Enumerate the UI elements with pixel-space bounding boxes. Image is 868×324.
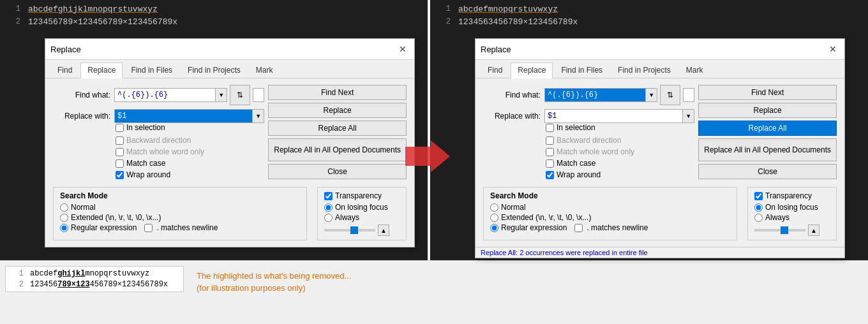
left-code-underline: abcdefghijklmnopqrstuvwxyz — [28, 4, 158, 14]
right-replace-all-btn[interactable]: Replace All — [698, 121, 837, 136]
right-replace-label: Replace with: — [483, 112, 541, 121]
right-dialog-body: Find what: ▼ ⇅ Replace with: ▼ — [475, 78, 844, 247]
left-find-checkbox[interactable] — [253, 88, 264, 102]
right-fields-col: Find what: ▼ ⇅ Replace with: ▼ — [483, 85, 694, 182]
right-find-next-btn[interactable]: Find Next — [698, 85, 837, 100]
right-replace-dropdown[interactable]: ▼ — [683, 109, 694, 123]
right-normal-label: Normal — [501, 203, 526, 212]
left-regex-label: Regular expression — [71, 223, 137, 232]
left-buttons-col: Find Next Replace Replace All Replace Al… — [268, 85, 407, 182]
left-losing-focus-radio[interactable] — [324, 203, 333, 212]
right-losing-focus-label: On losing focus — [765, 203, 818, 212]
right-always-radio[interactable] — [754, 214, 763, 222]
left-newline-check[interactable] — [144, 224, 153, 232]
left-replace-dropdown[interactable]: ▼ — [253, 109, 264, 123]
left-extended-label: Extended (\n, \r, \t, \0, \x...) — [71, 213, 161, 222]
left-in-selection-check[interactable] — [116, 124, 124, 132]
right-find-input[interactable] — [544, 88, 646, 102]
right-replace-input[interactable] — [544, 109, 683, 123]
right-losing-focus-radio[interactable] — [754, 203, 763, 212]
right-match-whole-check[interactable] — [546, 148, 554, 156]
right-match-whole-row: Match whole word only — [546, 147, 694, 156]
left-wrap-check[interactable] — [116, 171, 124, 179]
right-extended-radio[interactable] — [490, 214, 498, 222]
left-transparency-check[interactable] — [324, 192, 333, 200]
left-swap-btn[interactable]: ⇅ — [230, 85, 250, 105]
left-search-mode-title: Search Mode — [60, 191, 300, 200]
right-tab-find-in-files[interactable]: Find in Files — [554, 63, 610, 78]
right-replace-all-docs-btn[interactable]: Replace All in All Opened Documents — [698, 138, 837, 161]
left-replace-input[interactable] — [114, 109, 253, 123]
right-match-case-check[interactable] — [546, 159, 554, 168]
right-match-whole-label: Match whole word only — [557, 147, 634, 156]
right-find-checkbox[interactable] — [683, 88, 694, 102]
right-dialog-title: Replace — [481, 45, 511, 54]
right-transparency-check[interactable] — [754, 192, 763, 200]
left-find-row: Find what: ▼ ⇅ — [53, 85, 264, 105]
left-match-whole-check[interactable] — [116, 148, 124, 156]
right-match-case-label: Match case — [557, 159, 595, 168]
right-regex-radio[interactable] — [490, 224, 498, 232]
left-extended-radio[interactable] — [60, 214, 68, 222]
right-wrap-label: Wrap around — [557, 170, 601, 179]
left-close-btn[interactable]: Close — [268, 164, 407, 179]
left-slider[interactable] — [324, 229, 375, 232]
right-scroll-up-btn[interactable]: ▲ — [808, 225, 819, 236]
right-tab-find[interactable]: Find — [481, 63, 509, 78]
annotation-line-2: (for illustration purposes only) — [197, 281, 351, 293]
bottom-line1-before: abcdef — [30, 269, 57, 278]
left-find-label: Find what: — [53, 91, 110, 99]
right-replace-row: Replace with: ▼ — [483, 109, 694, 123]
left-tab-find-in-projects[interactable]: Find in Projects — [181, 63, 248, 78]
right-line-1: 1 abcdefmnopqrstuvwxyz — [430, 3, 868, 15]
right-regex-row: Regular expression . matches newline — [490, 223, 730, 232]
left-find-dropdown[interactable]: ▼ — [216, 88, 227, 102]
left-find-next-btn[interactable]: Find Next — [268, 85, 407, 100]
right-normal-radio[interactable] — [490, 203, 498, 212]
left-replace-all-btn[interactable]: Replace All — [268, 121, 407, 136]
right-backward-label: Backward direction — [557, 136, 621, 145]
right-find-row: Find what: ▼ ⇅ — [483, 85, 694, 105]
left-backward-check[interactable] — [116, 136, 124, 145]
right-in-selection-check[interactable] — [546, 124, 554, 132]
left-regex-radio[interactable] — [60, 224, 68, 232]
left-tab-replace[interactable]: Replace — [80, 63, 123, 78]
left-always-radio[interactable] — [324, 214, 333, 222]
left-fields-and-buttons: Find what: ▼ ⇅ Replace with: — [53, 85, 407, 182]
left-replace-btn[interactable]: Replace — [268, 103, 407, 118]
right-in-selection-label: In selection — [557, 123, 595, 132]
left-find-input[interactable] — [114, 88, 216, 102]
right-find-dropdown[interactable]: ▼ — [646, 88, 657, 102]
left-replace-all-docs-btn[interactable]: Replace All in All Opened Documents — [268, 138, 407, 161]
right-wrap-check[interactable] — [546, 171, 554, 179]
left-tab-find-in-files[interactable]: Find in Files — [124, 63, 179, 78]
right-swap-btn[interactable]: ⇅ — [660, 85, 680, 105]
arrow-container — [405, 140, 450, 172]
right-backward-row: Backward direction — [546, 136, 694, 145]
left-match-case-label: Match case — [126, 159, 165, 168]
right-replace-btn[interactable]: Replace — [698, 103, 837, 118]
right-dialog-close-btn[interactable]: ✕ — [827, 43, 839, 55]
left-normal-radio[interactable] — [60, 203, 68, 212]
left-tab-find[interactable]: Find — [50, 63, 79, 78]
left-tab-mark[interactable]: Mark — [249, 63, 280, 78]
left-in-selection-label: In selection — [126, 123, 165, 132]
left-match-case-check[interactable] — [116, 159, 124, 168]
bottom-line2-before: 123456 — [30, 280, 57, 289]
left-scroll-up-btn[interactable]: ▲ — [378, 225, 389, 236]
left-wrap-label: Wrap around — [126, 170, 170, 179]
right-dialog-window: Replace ✕ Find Replace Find in Files Fin… — [475, 38, 845, 258]
left-line-2-text: 123456789×123456789×123456789x — [28, 17, 177, 27]
bottom-line2-highlight: 789×123 — [57, 280, 89, 289]
left-dialog-close-btn[interactable]: ✕ — [396, 43, 409, 55]
right-code-underline: abcdefmnopqrstuvwxyz — [458, 4, 558, 14]
right-line-1-text: abcdefmnopqrstuvwxyz — [458, 4, 558, 14]
right-tab-mark[interactable]: Mark — [679, 63, 710, 78]
left-line-1: 1 abcdefghijklmnopqrstuvwxyz — [0, 3, 428, 15]
right-close-btn[interactable]: Close — [698, 164, 837, 179]
right-backward-check[interactable] — [546, 136, 554, 145]
right-tab-replace[interactable]: Replace — [511, 63, 553, 78]
right-slider[interactable] — [754, 229, 805, 232]
right-newline-check[interactable] — [574, 224, 583, 232]
right-tab-find-in-projects[interactable]: Find in Projects — [611, 63, 678, 78]
